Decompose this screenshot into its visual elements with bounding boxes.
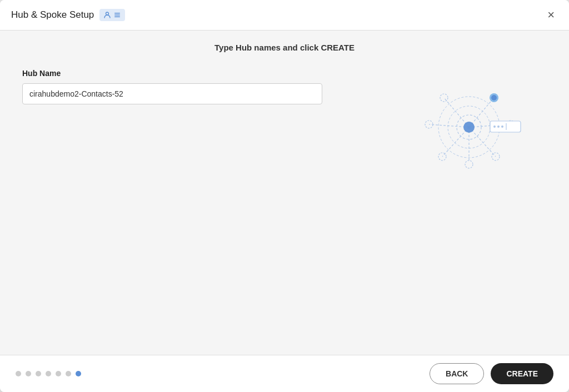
create-button[interactable]: CREATE: [491, 363, 553, 384]
modal-title: Hub & Spoke Setup: [11, 9, 94, 21]
pagination-dots: [16, 371, 81, 376]
svg-line-8: [442, 127, 469, 157]
list-icon: [113, 11, 122, 19]
dot-2: [26, 371, 31, 376]
svg-point-14: [463, 122, 475, 133]
modal-body: Type Hub names and click CREATE Hub Name: [0, 31, 569, 355]
svg-rect-1: [114, 13, 120, 14]
instruction-text: Type Hub names and click CREATE: [0, 31, 569, 58]
svg-rect-3: [114, 17, 120, 18]
svg-point-18: [465, 160, 473, 168]
hub-name-label: Hub Name: [22, 69, 369, 78]
hub-illustration: [408, 74, 530, 174]
left-panel: Hub Name: [22, 69, 391, 344]
dot-5: [56, 371, 61, 376]
footer-buttons: BACK CREATE: [430, 363, 553, 384]
hub-spoke-setup-modal: Hub & Spoke Setup ×: [0, 0, 569, 392]
svg-point-21: [440, 94, 448, 102]
close-button[interactable]: ×: [544, 8, 558, 22]
header-icon-group: [99, 9, 125, 21]
content-area: Hub Name: [0, 58, 569, 355]
svg-point-23: [493, 125, 496, 128]
dot-1: [16, 371, 21, 376]
svg-point-24: [497, 125, 500, 128]
dot-7: [76, 371, 81, 376]
dot-4: [46, 371, 51, 376]
modal-header: Hub & Spoke Setup ×: [0, 0, 569, 31]
svg-point-28: [491, 95, 497, 100]
svg-point-0: [106, 12, 109, 15]
svg-point-25: [501, 125, 503, 128]
right-panel: [391, 69, 547, 344]
modal-footer: BACK CREATE: [0, 355, 569, 392]
back-button[interactable]: BACK: [430, 363, 484, 384]
dot-3: [36, 371, 41, 376]
dot-6: [66, 371, 71, 376]
svg-line-10: [444, 98, 469, 127]
svg-line-9: [429, 124, 469, 127]
header-left: Hub & Spoke Setup: [11, 9, 125, 21]
hub-name-input[interactable]: [22, 83, 322, 104]
user-icon: [103, 11, 112, 19]
svg-rect-2: [114, 14, 120, 16]
